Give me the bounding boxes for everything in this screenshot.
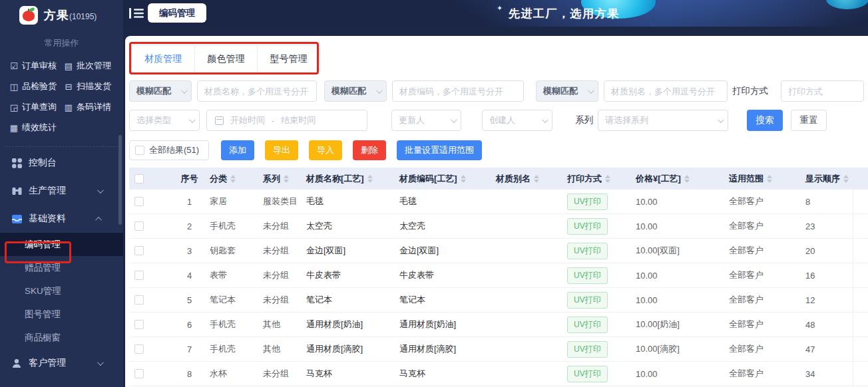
quick-link-quality-check[interactable]: ◫品检验货 bbox=[9, 76, 63, 96]
chevron-down-icon bbox=[376, 87, 383, 94]
sort-icon[interactable] bbox=[284, 175, 289, 183]
creator-select[interactable]: 创建人 bbox=[482, 110, 552, 131]
topbar: 编码管理 ✦ 先进工厂，选用方果 bbox=[123, 0, 868, 27]
header-col-分类[interactable]: 分类 bbox=[210, 173, 263, 185]
cell-order: 16 bbox=[805, 271, 853, 281]
match-mode-select-1[interactable]: 模糊匹配 bbox=[129, 80, 192, 102]
cell-seq: 6 bbox=[169, 320, 210, 330]
sidebar-divider bbox=[5, 146, 118, 147]
quick-link-label: 订单查询 bbox=[22, 101, 57, 113]
sort-icon[interactable] bbox=[534, 175, 539, 183]
chevron-down-icon bbox=[97, 359, 104, 366]
quick-link-label: 扫描发货 bbox=[77, 80, 111, 92]
delete-button[interactable]: 删除 bbox=[353, 140, 386, 160]
select-all-label: 全部结果(51) bbox=[149, 144, 199, 156]
cell-name: 太空壳 bbox=[306, 220, 399, 232]
app-screen: 方果(10195) 常用操作 ☑订单审核▤批次管理◫品检验货⊟扫描发货◲订单查询… bbox=[0, 0, 868, 387]
quick-link-label: 批次管理 bbox=[77, 60, 111, 72]
header-col-显示顺序[interactable]: 显示顺序 bbox=[805, 173, 853, 185]
quick-link-batch-manage[interactable]: ▤批次管理 bbox=[63, 56, 118, 76]
header-col-材质名称[工艺][interactable]: 材质名称[工艺] bbox=[306, 173, 399, 185]
row-checkbox[interactable] bbox=[134, 295, 144, 305]
match-input-2[interactable] bbox=[392, 80, 524, 102]
add-button[interactable]: 添加 bbox=[221, 140, 254, 160]
header-col-系列[interactable]: 系列 bbox=[263, 173, 306, 185]
series-select[interactable]: 请选择系列 bbox=[598, 110, 728, 131]
sort-icon[interactable] bbox=[367, 175, 373, 183]
row-checkbox[interactable] bbox=[134, 271, 144, 280]
quick-link-order-audit[interactable]: ☑订单审核 bbox=[9, 56, 63, 76]
select-all-results[interactable]: 全部结果(51) bbox=[129, 140, 209, 160]
tab-型号管理[interactable]: 型号管理 bbox=[257, 45, 320, 72]
sidebar-subitem-编码管理[interactable]: 编码管理 bbox=[0, 233, 123, 256]
print-mode-input[interactable] bbox=[781, 80, 864, 102]
cell-code: 太空壳 bbox=[399, 220, 496, 232]
collapse-menu-icon[interactable] bbox=[129, 7, 144, 22]
match-mode-select-2[interactable]: 模糊匹配 bbox=[324, 80, 387, 102]
header-col-材质编码[工艺][interactable]: 材质编码[工艺] bbox=[399, 173, 496, 185]
export-button[interactable]: 导出 bbox=[265, 140, 298, 160]
sidebar-item-dashboard[interactable]: 控制台 bbox=[0, 149, 123, 177]
quick-link-scan-ship[interactable]: ⊟扫描发货 bbox=[63, 76, 118, 96]
sidebar-subitem-商品橱窗[interactable]: 商品橱窗 bbox=[0, 326, 123, 349]
match-input-1[interactable] bbox=[197, 80, 317, 102]
production-icon bbox=[11, 186, 23, 197]
row-checkbox[interactable] bbox=[134, 246, 144, 255]
search-button[interactable]: 搜索 bbox=[747, 110, 783, 131]
sidebar-item-production[interactable]: 生产管理 bbox=[0, 177, 123, 205]
cell-price: 10.00[滴胶] bbox=[636, 343, 729, 355]
updater-select[interactable]: 更新人 bbox=[391, 110, 461, 131]
match-mode-select-3[interactable]: 模糊匹配 bbox=[536, 80, 598, 102]
tab-颜色管理[interactable]: 颜色管理 bbox=[194, 45, 257, 72]
open-page-tag[interactable]: 编码管理 bbox=[148, 3, 206, 23]
header-col-材质别名[interactable]: 材质别名 bbox=[496, 173, 567, 185]
match-input-3[interactable] bbox=[604, 80, 728, 102]
table-row: 3钥匙套未分组金边[双面]金边[双面]UV打印10.00[双面]全部客户20 bbox=[129, 239, 868, 263]
sidebar-item-base-data[interactable]: 基础资料 bbox=[0, 205, 123, 233]
row-checkbox[interactable] bbox=[134, 344, 144, 354]
sort-icon[interactable] bbox=[767, 175, 772, 183]
cell-seq: 8 bbox=[169, 369, 210, 379]
row-checkbox[interactable] bbox=[134, 320, 144, 329]
cell-name: 通用材质[滴胶] bbox=[306, 343, 399, 355]
sort-icon[interactable] bbox=[684, 175, 690, 183]
quick-link-order-search[interactable]: ◲订单查询 bbox=[9, 97, 63, 117]
reset-button[interactable]: 重置 bbox=[791, 110, 827, 131]
sidebar-subitem-图号管理[interactable]: 图号管理 bbox=[0, 303, 123, 326]
sidebar-item-customer[interactable]: 客户管理 bbox=[0, 349, 123, 377]
sidebar-scrollbar[interactable] bbox=[118, 135, 122, 225]
banner-slogan: 先进工厂，选用方果 bbox=[509, 0, 620, 27]
account-id: (10195) bbox=[69, 12, 97, 21]
cell-series: 未分组 bbox=[263, 368, 306, 380]
sidebar-item-label: 客户管理 bbox=[29, 357, 66, 369]
table-row: 6手机壳其他通用材质[奶油]通用材质[奶油]UV打印10.00[奶油]全部客户4… bbox=[129, 313, 868, 337]
date-range-picker[interactable]: 开始时间 - 结束时间 bbox=[206, 110, 367, 131]
quick-link-barcode-detail[interactable]: ▥条码详情 bbox=[63, 97, 118, 117]
sort-icon[interactable] bbox=[605, 175, 610, 183]
quick-link-performance-stats[interactable]: ▦绩效统计 bbox=[9, 118, 63, 138]
type-select[interactable]: 选择类型 bbox=[129, 110, 200, 131]
tab-材质管理[interactable]: 材质管理 bbox=[132, 45, 194, 72]
cell-scope: 全部客户 bbox=[729, 319, 805, 330]
import-button[interactable]: 导入 bbox=[309, 140, 342, 160]
cell-order: 20 bbox=[805, 246, 853, 256]
header-col-适用范围[interactable]: 适用范围 bbox=[729, 173, 805, 185]
sidebar-subitem-SKU管理[interactable]: SKU管理 bbox=[0, 279, 123, 303]
header-checkbox[interactable] bbox=[134, 174, 144, 184]
sort-icon[interactable] bbox=[461, 175, 466, 183]
cell-category: 手机壳 bbox=[210, 343, 263, 355]
sidebar-subitem-赠品管理[interactable]: 赠品管理 bbox=[0, 256, 123, 279]
row-checkbox[interactable] bbox=[134, 369, 144, 378]
header-col-打印方式[interactable]: 打印方式 bbox=[567, 173, 636, 185]
batch-scope-button[interactable]: 批量设置适用范围 bbox=[397, 140, 482, 160]
row-checkbox[interactable] bbox=[134, 197, 144, 206]
sort-icon[interactable] bbox=[230, 175, 236, 183]
row-checkbox[interactable] bbox=[134, 221, 144, 231]
select-all-checkbox[interactable] bbox=[135, 146, 144, 155]
cell-scope: 全部客户 bbox=[729, 294, 805, 306]
action-row: 全部结果(51) 添加 导出 导入 删除 批量设置适用范围 bbox=[125, 140, 868, 160]
cell-series: 未分组 bbox=[263, 294, 306, 306]
header-col-价格¥[工艺][interactable]: 价格¥[工艺] bbox=[636, 173, 729, 185]
sort-icon[interactable] bbox=[843, 175, 849, 183]
topbar-cyan-blob-small bbox=[826, 0, 868, 9]
